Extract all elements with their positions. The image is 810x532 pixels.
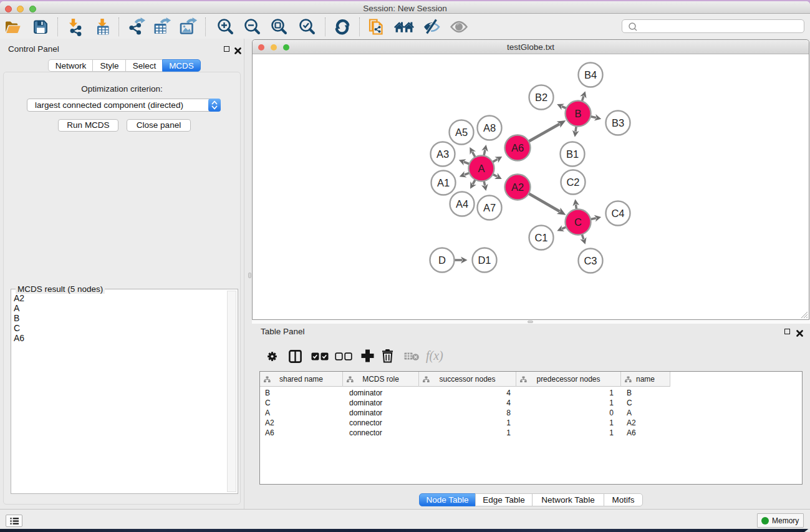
svg-text:A1: A1 <box>437 177 450 188</box>
svg-text:B1: B1 <box>566 148 579 160</box>
svg-text:A2: A2 <box>511 181 524 193</box>
svg-text:C2: C2 <box>566 177 579 188</box>
svg-text:B: B <box>574 108 581 119</box>
svg-text:A4: A4 <box>456 198 468 210</box>
svg-text:A6: A6 <box>511 142 524 153</box>
svg-text:C3: C3 <box>584 255 597 266</box>
svg-text:C1: C1 <box>534 232 547 243</box>
svg-text:B3: B3 <box>612 117 624 128</box>
svg-text:D: D <box>438 254 446 266</box>
svg-text:A7: A7 <box>483 202 496 213</box>
svg-text:B4: B4 <box>584 69 597 80</box>
svg-text:A5: A5 <box>455 127 468 138</box>
svg-text:A: A <box>478 163 485 174</box>
svg-text:A8: A8 <box>483 122 496 133</box>
svg-text:A3: A3 <box>436 148 449 160</box>
svg-text:D1: D1 <box>478 254 491 266</box>
svg-text:C4: C4 <box>611 208 624 219</box>
svg-text:C: C <box>574 216 582 228</box>
svg-text:B2: B2 <box>535 92 547 103</box>
